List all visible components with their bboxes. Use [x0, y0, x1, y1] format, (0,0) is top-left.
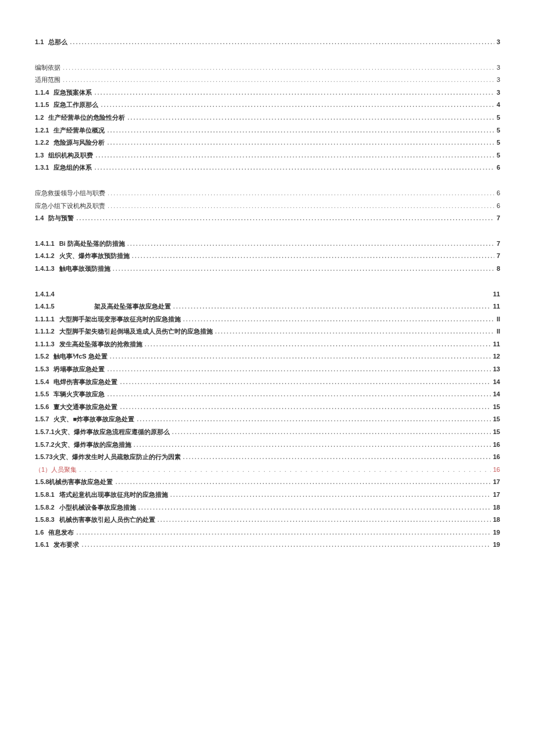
toc-title: 应急救援领导小组与职费: [35, 188, 105, 199]
toc-entry: 1.5.8.3机械伤害事故引起人员伤亡的处置..................…: [35, 515, 500, 525]
toc-page-number: 7: [497, 239, 500, 249]
toc-title: 火灾、■炸事故事故应急处置: [54, 414, 134, 425]
toc-leader-dots: ........................................…: [94, 88, 494, 98]
toc-entry: 1.5.7火灾、■炸事故事故应急处置......................…: [35, 414, 500, 425]
toc-page-number: 17: [493, 490, 500, 500]
toc-entry: 1.1.4应急预案体系.............................…: [35, 88, 500, 98]
toc-entry: 1.4.1.2火灾、爆炸事故预防措施......................…: [35, 251, 500, 261]
toc-title: 塔式起意机出现事故征兆时的应急措施: [59, 490, 168, 500]
toc-page-number: 3: [497, 63, 500, 73]
toc-title: 应急预案体系: [54, 88, 92, 98]
toc-leader-dots: ........................................…: [108, 201, 494, 212]
toc-number: 1.1.1.3: [35, 339, 55, 350]
toc-title: 应急小组下设机构及职责: [35, 201, 105, 212]
toc-number: 1.6.1: [35, 540, 49, 550]
toc-page-number: 16: [493, 465, 500, 475]
toc-leader-dots: ........................................…: [127, 239, 494, 249]
toc-title: 触电事故颈防措施: [59, 264, 110, 274]
toc-entry: 1.4.1.1Bi 防高处坠落的防措施.....................…: [35, 239, 500, 249]
toc-number: 1.5.73: [35, 452, 53, 463]
toc-entry: 1.6侑息发布.................................…: [35, 528, 500, 538]
toc-number: 1.1.4: [35, 88, 49, 98]
toc-title: 火灾、爆炸事故的应急措施: [55, 440, 131, 450]
toc-number: 1.5.7.1: [35, 427, 55, 438]
toc-number: 1.2.2: [35, 138, 49, 148]
toc-number: 1.1: [35, 37, 44, 48]
toc-leader-dots: ........................................…: [107, 138, 494, 148]
toc-leader-dots: ........................................…: [158, 515, 491, 525]
toc-leader-dots: ........................................…: [63, 75, 494, 85]
toc-leader-dots: ........................................…: [63, 63, 494, 73]
toc-entry: 1.5.2触电事⅟fcS 急处置........................…: [35, 352, 500, 362]
toc-page-number: 11: [493, 302, 500, 312]
toc-number: 1.5.2: [35, 352, 49, 362]
toc-number: 1.5.8.2: [35, 503, 55, 513]
toc-leader-dots: ........................................…: [170, 490, 491, 500]
toc-number: 1.5.8.3: [35, 515, 55, 525]
toc-entry: 1.1总那么..................................…: [35, 37, 500, 48]
toc-leader-dots: ........................................…: [113, 264, 494, 274]
toc-title: 防与预警: [48, 213, 74, 224]
toc-leader-dots: ........................................…: [107, 389, 490, 400]
toc-number: 1.4.1.3: [35, 264, 55, 274]
toc-number: 1.4.1.4: [35, 289, 55, 300]
toc-page-number: 7: [497, 213, 500, 224]
toc-page-number: 13: [493, 364, 500, 375]
toc-title: 应急组的体系: [54, 163, 92, 173]
toc-entry: 1.5.7.1火灾、爆炸事故应急流程应遵循的原那么...............…: [35, 427, 500, 438]
toc-page-number: 11: [493, 289, 500, 300]
toc-title: 电焊伤害事故应急处置: [54, 377, 117, 388]
toc-entry: 1.5.3坍塌事故应急处置...........................…: [35, 364, 500, 375]
toc-leader-dots: ........................................…: [79, 465, 491, 475]
toc-page-number: 15: [493, 402, 500, 413]
toc-entry: 1.5.73火灾、爆炸发生时人员疏散应防止的行为因素..............…: [35, 452, 500, 463]
toc-number: 1.4.1.2: [35, 251, 55, 261]
toc-title: 火灾、爆炸发生时人员疏散应防止的行为因素: [53, 452, 181, 463]
toc-leader-dots: ........................................…: [115, 477, 490, 488]
toc-title: 机械伤害事故应急处置: [49, 477, 113, 488]
toc-title: 触电事⅟fcS 急处置: [54, 352, 107, 362]
table-of-contents: 1.1总那么..................................…: [35, 37, 500, 550]
toc-leader-dots: ........................................…: [70, 37, 494, 48]
toc-page-number: 3: [497, 37, 500, 48]
toc-number: 1.5.8.1: [35, 490, 55, 500]
toc-page-number: 16: [493, 440, 500, 450]
toc-entry: 适用范围....................................…: [35, 75, 500, 85]
toc-title: 生产经营单位的危险性分析: [48, 113, 125, 123]
toc-title: 适用范围: [35, 75, 60, 85]
toc-title: 火灾、爆炸事故应急流程应遵循的原那么: [55, 427, 170, 438]
toc-title: 架及高处坠落事故应急处置: [59, 302, 171, 312]
toc-leader-dots: ........................................…: [107, 364, 490, 375]
toc-entry: 1.4.1.5架及高处坠落事故应急处置.....................…: [35, 302, 500, 312]
toc-number: 1.5.8: [35, 477, 49, 488]
toc-page-number: 8: [497, 264, 500, 274]
toc-leader-dots: ........................................…: [120, 402, 490, 413]
toc-title: Bi 防高处坠落的防措施: [59, 239, 125, 249]
toc-entry: 1.2生产经营单位的危险性分析.........................…: [35, 113, 500, 123]
toc-title: 应急工作原那么: [54, 100, 98, 110]
toc-leader-dots: ........................................…: [107, 126, 494, 136]
toc-title: 亶大交通事故应急处置: [54, 402, 117, 413]
toc-number: 1.5.6: [35, 402, 49, 413]
toc-leader-dots: ........................................…: [137, 414, 491, 425]
toc-entry: 应急小组下设机构及职责.............................…: [35, 201, 500, 212]
toc-leader-dots: ........................................…: [145, 339, 491, 350]
toc-entry: 1.2.1生产经营单位概况...........................…: [35, 126, 500, 136]
toc-number: 1.4.1.5: [35, 302, 55, 312]
toc-number: 1.5.5: [35, 389, 49, 400]
toc-leader-dots: ........................................…: [81, 540, 490, 550]
toc-entry: 应急救援领导小组与职费.............................…: [35, 188, 500, 199]
toc-leader-dots: ........................................…: [108, 188, 494, 199]
toc-entry: 1.5.5车辆火灾事故应急...........................…: [35, 389, 500, 400]
toc-page-number: 5: [497, 113, 500, 123]
toc-entry: 1.1.1.1大型脚手架出现变形事故征兆时的应急措施..............…: [35, 314, 500, 325]
toc-page-number: 5: [497, 138, 500, 148]
toc-number: 1.3: [35, 151, 44, 161]
toc-page-number: 7: [497, 251, 500, 261]
toc-title: 总那么: [48, 37, 67, 48]
toc-title: 坍塌事故应急处置: [54, 364, 105, 375]
toc-title: 编制依据: [35, 63, 60, 73]
toc-page-number: II: [497, 327, 500, 337]
toc-number: 1.4.1.1: [35, 239, 55, 249]
toc-leader-dots: ........................................…: [172, 427, 491, 438]
